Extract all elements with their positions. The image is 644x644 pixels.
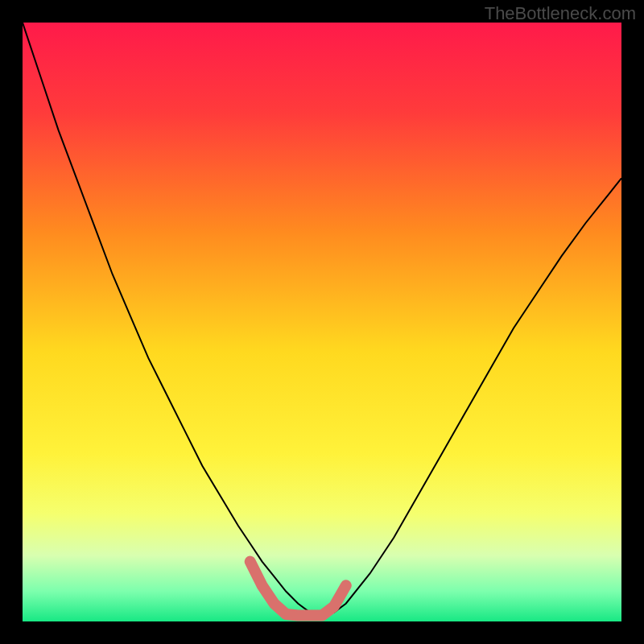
chart-svg — [23, 23, 621, 621]
chart-background — [23, 23, 621, 621]
chart-plot-area — [23, 23, 621, 621]
watermark-text: TheBottleneck.com — [485, 3, 636, 24]
